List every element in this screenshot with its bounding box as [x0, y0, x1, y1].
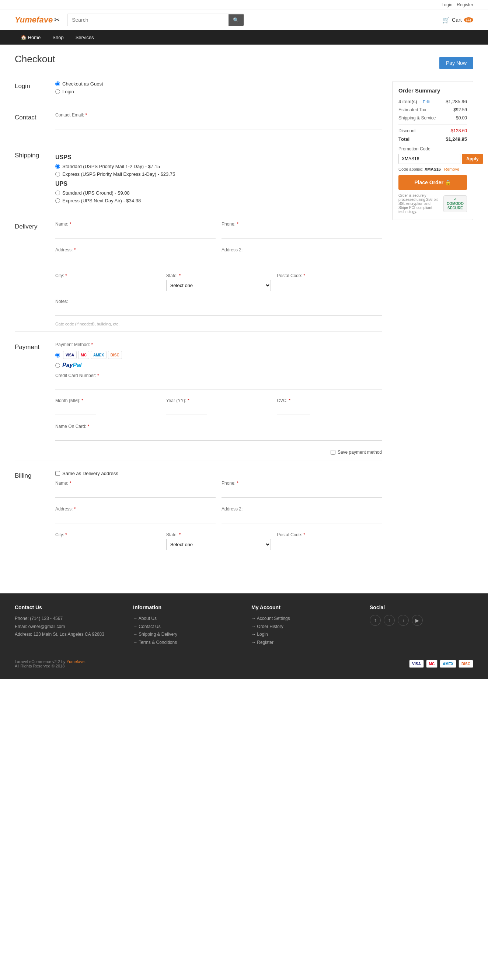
- footer-bottom: Laravel eCommerce v2.2 by Yumefave. All …: [15, 654, 473, 668]
- search-button[interactable]: 🔍: [229, 14, 244, 26]
- apply-button[interactable]: Apply: [462, 154, 483, 164]
- delivery-address2-input[interactable]: [221, 254, 382, 264]
- cc-year-input[interactable]: [166, 405, 207, 415]
- usps-express-row: Express (USPS Priority Mail Express 1-Da…: [55, 171, 382, 177]
- facebook-icon[interactable]: f: [370, 615, 381, 626]
- name-on-card-input[interactable]: [55, 431, 382, 441]
- logo-text: Yumefave: [15, 15, 53, 25]
- footer-contact-us[interactable]: Contact Us: [133, 623, 237, 631]
- paypal-label: PayPal: [62, 362, 81, 369]
- twitter-icon[interactable]: t: [384, 615, 395, 626]
- promo-input[interactable]: [399, 154, 460, 164]
- cc-year-group: Year (YY): *: [166, 398, 271, 420]
- billing-city-label: City: *: [55, 532, 161, 537]
- billing-postal-group: Postal Code: *: [277, 532, 382, 554]
- summary-tax-row: Estimated Tax $92.59: [399, 107, 467, 112]
- delivery-postal-input[interactable]: [277, 280, 382, 290]
- usps-express-radio[interactable]: [55, 172, 60, 177]
- summary-discount-value: -$128.60: [450, 128, 467, 134]
- footer-register[interactable]: Register: [251, 639, 355, 647]
- billing-city-input[interactable]: [55, 539, 161, 549]
- same-as-delivery-checkbox[interactable]: [55, 471, 60, 476]
- summary-edit-link[interactable]: Edit: [423, 100, 430, 104]
- place-order-button[interactable]: Place Order 🔒: [399, 175, 467, 190]
- nav-home[interactable]: 🏠 Home: [15, 30, 46, 45]
- delivery-state-group: State: * Select one: [166, 273, 271, 295]
- card-icons: VISA MC AMEX DISC: [63, 351, 122, 359]
- cc-month-input[interactable]: [55, 405, 96, 415]
- delivery-city-group: City: *: [55, 273, 161, 295]
- ups-standard-label: Standard (UPS Ground) - $9.08: [62, 190, 130, 196]
- register-link[interactable]: Register: [457, 2, 473, 7]
- email-input[interactable]: [55, 119, 382, 129]
- cc-cvc-input[interactable]: [277, 405, 310, 415]
- billing-address2-input[interactable]: [221, 513, 382, 523]
- usps-standard-radio[interactable]: [55, 164, 60, 169]
- billing-address-input[interactable]: [55, 513, 216, 523]
- search-input[interactable]: [67, 14, 229, 26]
- delivery-city-input[interactable]: [55, 280, 161, 290]
- cc-cvc-group: CVC: *: [277, 398, 382, 420]
- credit-card-radio[interactable]: [55, 353, 60, 358]
- ups-express-radio[interactable]: [55, 198, 60, 203]
- email-required: *: [85, 112, 87, 118]
- footer-account-settings[interactable]: Account Settings: [251, 615, 355, 623]
- footer-login[interactable]: Login: [251, 631, 355, 639]
- usps-standard-row: Standard (USPS Priority Mail 1-2 Day) - …: [55, 164, 382, 169]
- login-link[interactable]: Login: [442, 2, 452, 7]
- pay-now-button[interactable]: Pay Now: [439, 57, 473, 69]
- remove-promo-link[interactable]: Remove: [444, 167, 459, 171]
- ups-standard-row: Standard (UPS Ground) - $9.08: [55, 190, 382, 196]
- footer-mastercard-icon: MC: [426, 660, 438, 668]
- summary-tax-label: Estimated Tax: [399, 107, 426, 112]
- footer-visa-icon: VISA: [409, 660, 423, 668]
- billing-address2-group: Address 2:: [221, 506, 382, 528]
- footer-order-history[interactable]: Order History: [251, 623, 355, 631]
- checkout-guest-radio[interactable]: [55, 81, 60, 86]
- nav-shop[interactable]: Shop: [46, 30, 69, 45]
- billing-name-input[interactable]: [55, 487, 216, 498]
- checkout-guest-row: Checkout as Guest: [55, 81, 382, 87]
- footer-shipping[interactable]: Shipping & Delivery: [133, 631, 237, 639]
- delivery-state-select[interactable]: Select one: [166, 280, 271, 291]
- billing-address-group: Address: *: [55, 506, 216, 528]
- instagram-icon[interactable]: i: [398, 615, 409, 626]
- code-applied-text: Code applied:: [399, 167, 423, 171]
- paypal-radio[interactable]: [55, 363, 60, 368]
- ups-express-label: Express (UPS Next Day Air) - $34.38: [62, 198, 141, 204]
- delivery-phone-input[interactable]: [221, 228, 382, 239]
- footer-terms[interactable]: Terms & Conditions: [133, 639, 237, 647]
- save-method-label: Save payment method: [338, 450, 382, 455]
- summary-items-total: $1,285.96: [446, 99, 467, 104]
- form-area: Login Checkout as Guest Login Contact: [15, 81, 382, 573]
- summary-shipping-row: Shipping & Service $0.00: [399, 115, 467, 121]
- save-method-checkbox[interactable]: [331, 450, 335, 455]
- paypal-row: PayPal: [55, 362, 382, 369]
- ups-title: UPS: [55, 181, 382, 187]
- billing-state-select[interactable]: Select one: [166, 539, 271, 550]
- cc-number-input[interactable]: [55, 380, 382, 390]
- footer-info-title: Information: [133, 605, 237, 610]
- nav-services[interactable]: Services: [70, 30, 100, 45]
- ups-standard-radio[interactable]: [55, 191, 60, 195]
- cart-area[interactable]: 🛒 Cart (4): [442, 17, 473, 24]
- delivery-name-input[interactable]: [55, 228, 216, 239]
- footer-brand-link[interactable]: Yumefave.: [66, 659, 86, 664]
- search-bar: 🔍: [67, 14, 244, 26]
- summary-tax-value: $92.59: [453, 107, 467, 112]
- same-as-delivery-label: Same as Delivery address: [62, 471, 118, 476]
- checkout-guest-label: Checkout as Guest: [62, 81, 103, 87]
- cart-label: Cart: [452, 17, 461, 23]
- delivery-notes-input[interactable]: [55, 305, 382, 316]
- billing-postal-input[interactable]: [277, 539, 382, 549]
- delivery-address-input[interactable]: [55, 254, 216, 264]
- youtube-icon[interactable]: ▶: [412, 615, 423, 626]
- footer-social-col: Social f t i ▶: [370, 605, 473, 646]
- footer-email: Email: owner@gmail.com: [15, 623, 118, 631]
- delivery-name-phone-row: Name: * Phone: *: [55, 221, 382, 243]
- delivery-notes-group: Notes: Gate code (if needed), building, …: [55, 299, 382, 326]
- footer-about[interactable]: About Us: [133, 615, 237, 623]
- login-label-text: Login: [62, 89, 74, 94]
- login-radio[interactable]: [55, 89, 60, 94]
- billing-phone-input[interactable]: [221, 487, 382, 498]
